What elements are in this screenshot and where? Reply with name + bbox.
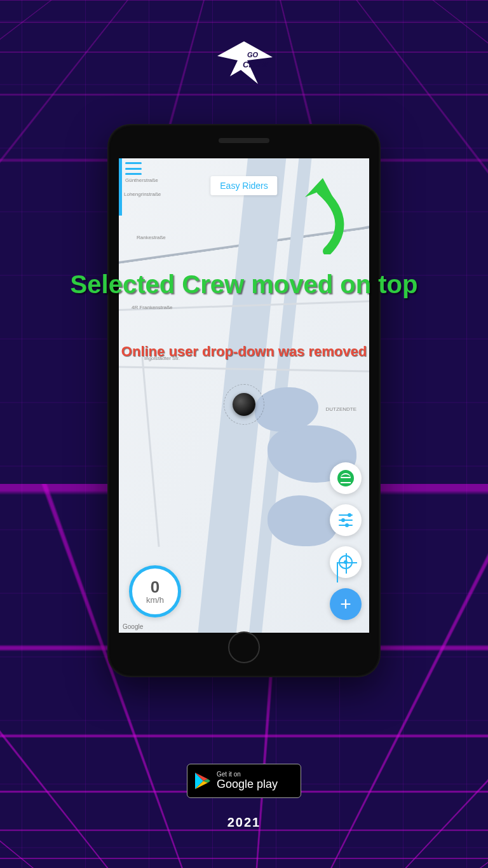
- user-location-marker: [224, 384, 264, 425]
- brand-logo: GO CREW: [212, 38, 276, 92]
- map-label: Lohengrinstraße: [124, 191, 161, 197]
- phone-mockup: Güntherstraße Lohengrinstraße Rankestraß…: [107, 124, 381, 677]
- map-label: Rankestraße: [137, 235, 166, 240]
- add-button[interactable]: +: [330, 588, 362, 620]
- svg-text:CREW: CREW: [243, 60, 269, 69]
- speed-value: 0: [151, 579, 159, 595]
- menu-button[interactable]: [125, 162, 142, 175]
- left-accent-bar: [119, 158, 122, 216]
- sliders-icon: [339, 514, 353, 526]
- music-button[interactable]: [330, 462, 362, 494]
- map-attribution: Google: [123, 623, 143, 630]
- spotify-icon: [337, 470, 354, 486]
- settings-button[interactable]: [330, 504, 362, 536]
- plus-icon: +: [340, 593, 351, 615]
- annotation-subline: Online user drop-down was removed: [25, 343, 463, 360]
- selected-crew-chip[interactable]: Easy Riders: [210, 176, 277, 195]
- floating-action-column: +: [330, 462, 362, 620]
- google-play-icon: [194, 771, 212, 790]
- map-label: 4R Frankenstraße: [132, 305, 172, 310]
- locate-icon: [339, 555, 353, 569]
- google-play-badge[interactable]: Get it on Google play: [187, 764, 301, 798]
- footer-year: 2021: [227, 815, 261, 830]
- map-label: Güntherstraße: [125, 177, 158, 183]
- play-badge-text: Get it on Google play: [217, 771, 278, 791]
- speed-unit: km/h: [146, 595, 164, 605]
- speed-widget[interactable]: 0 km/h: [129, 565, 181, 617]
- svg-text:GO: GO: [247, 51, 259, 59]
- app-screen: Güntherstraße Lohengrinstraße Rankestraß…: [119, 158, 369, 633]
- hamburger-icon: [125, 162, 142, 164]
- annotation-headline: Selected Crew moved on top: [25, 267, 463, 301]
- map-label: DUTZENDTE: [326, 406, 356, 412]
- locate-button[interactable]: [330, 546, 362, 578]
